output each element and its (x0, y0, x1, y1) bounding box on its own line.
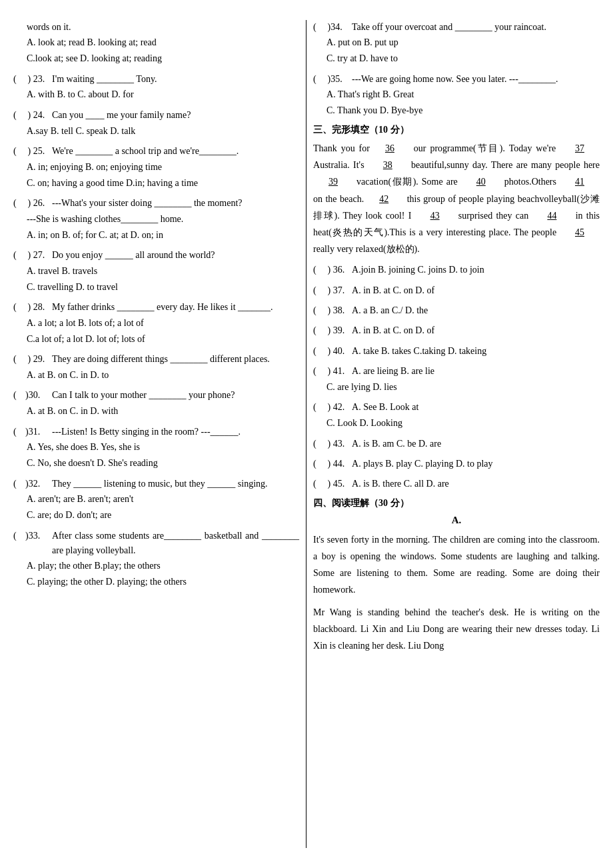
qnum-27: ) 27. (25, 248, 52, 263)
q32-text: They ______ listening to music, but they… (52, 477, 299, 491)
fill-q36: ( ) 36. A.join B. joining C. joins D. to… (313, 263, 600, 277)
blank-44: 44 (532, 207, 572, 224)
paren-28: ( (13, 300, 25, 315)
right-column: ( )34. Take off your overcoat and ______… (306, 20, 600, 848)
fill-q42: ( ) 42. A. See B. Look at C. Look D. Loo… (313, 400, 600, 431)
q41-opt2: C. are lying D. lies (313, 379, 600, 395)
q33-opt1: A. play; the other B.play; the others (27, 558, 299, 574)
q36-text: A.join B. joining C. joins D. to join (352, 263, 600, 277)
q38-text: A. a B. an C./ D. the (352, 303, 600, 318)
paren-39: ( (313, 323, 325, 338)
qnum-38: ) 38. (325, 303, 352, 318)
question-23: ( ) 23. I'm waiting ________ Tony. A. wi… (13, 72, 299, 103)
q45-line: ( ) 45. A. is B. there C. all D. are (313, 477, 600, 491)
q33-opt2: C. playing; the other D. playing; the ot… (27, 574, 299, 590)
q30-text: Can I talk to your mother ________ your … (52, 388, 299, 403)
q26-opt1: ---She is washing clothes________ home. (27, 211, 299, 227)
q34-line: ( )34. Take off your overcoat and ______… (313, 20, 600, 35)
q33-text: After class some students are________ ba… (52, 529, 299, 559)
fill-q39: ( ) 39. A. in B. at C. on D. of (313, 323, 600, 338)
q34-options: A. put on B. put up C. try at D. have to (313, 35, 600, 67)
q33-line: ( )33. After class some students are____… (13, 529, 299, 559)
question-31: ( )31. ---Listen! Is Betty singing in th… (13, 425, 299, 471)
q35-opt2: C. Thank you D. Bye-bye (326, 103, 600, 119)
paren-33: ( (13, 529, 25, 543)
q23-line: ( ) 23. I'm waiting ________ Tony. (13, 72, 299, 87)
q24-options: A.say B. tell C. speak D. talk (13, 123, 299, 139)
opt-line-2: C.look at; see D. looking at; reading (27, 51, 299, 67)
q31-opt1: A. Yes, she does B. Yes, she is (27, 439, 299, 455)
blank-38: 38 (368, 157, 408, 173)
fill-q38: ( ) 38. A. a B. an C./ D. the (313, 303, 600, 318)
q28-opt2: C.a lot of; a lot D. lot of; lots of (27, 331, 299, 347)
q32-opt2: C. are; do D. don't; are (27, 507, 299, 523)
q26-text: ---What's your sister doing ________ the… (52, 196, 299, 211)
intro-block: words on it. A. look at; read B. looking… (13, 20, 299, 67)
q40-line: ( ) 40. A. take B. takes C.taking D. tak… (313, 344, 600, 359)
paren-31: ( (13, 425, 25, 439)
q41-text: A. are lieing B. are lie (352, 364, 600, 379)
q25-text: We're ________ a school trip and we're__… (52, 144, 299, 159)
q26-opt2: A. in; on B. of; for C. at; at D. on; in (27, 227, 299, 243)
qnum-35: )35. (325, 72, 352, 87)
blank-37: 37 (560, 140, 600, 157)
paren-26: ( (13, 196, 25, 211)
qnum-28: ) 28. (25, 300, 52, 315)
q26-line: ( ) 26. ---What's your sister doing ____… (13, 196, 299, 211)
question-33: ( )33. After class some students are____… (13, 529, 299, 590)
q29-text: They are doing different things ________… (52, 352, 299, 367)
question-24: ( ) 24. Can you ____ me your family name… (13, 108, 299, 139)
question-34: ( )34. Take off your overcoat and ______… (313, 20, 600, 67)
q42-text: A. See B. Look at (352, 400, 600, 415)
q30-opt1: A. at B. on C. in D. with (27, 403, 299, 419)
q33-options: A. play; the other B.play; the others C.… (13, 558, 299, 590)
q44-text: A. plays B. play C. playing D. to play (352, 457, 600, 471)
q23-options: A. with B. to C. about D. for (13, 87, 299, 103)
question-35: ( )35. ---We are going home now. See you… (313, 72, 600, 119)
q28-text: My father drinks ________ every day. He … (52, 300, 299, 315)
paren-29: ( (13, 352, 25, 367)
q27-options: A. travel B. travels C. travelling D. to… (13, 263, 299, 295)
passage-a-para2: Mr Wang is standing behind the teacher's… (313, 604, 600, 655)
qnum-33: )33. (25, 529, 52, 543)
qnum-29: ) 29. (25, 352, 52, 367)
paren-24: ( (13, 108, 25, 123)
q35-line: ( )35. ---We are going home now. See you… (313, 72, 600, 87)
question-26: ( ) 26. ---What's your sister doing ____… (13, 196, 299, 243)
paren-37: ( (313, 283, 325, 298)
q43-line: ( ) 43. A. is B. am C. be D. are (313, 437, 600, 451)
q27-line: ( ) 27. Do you enjoy ______ all around t… (13, 248, 299, 263)
q42-opt2: C. Look D. Looking (313, 415, 600, 431)
fill-q41: ( ) 41. A. are lieing B. are lie C. are … (313, 364, 600, 395)
q35-opt1: A. That's right B. Great (326, 87, 600, 103)
question-29: ( ) 29. They are doing different things … (13, 352, 299, 383)
fill-q37: ( ) 37. A. in B. at C. on D. of (313, 283, 600, 298)
q31-line: ( )31. ---Listen! Is Betty singing in th… (13, 425, 299, 439)
qnum-39: ) 39. (325, 323, 352, 338)
page: words on it. A. look at; read B. looking… (0, 0, 613, 868)
q41-opt2-line: C. are lying D. lies (326, 379, 600, 395)
fill-q45: ( ) 45. A. is B. there C. all D. are (313, 477, 600, 491)
qnum-37: ) 37. (325, 283, 352, 298)
blank-42: 42 (364, 191, 404, 207)
q32-opt1: A. aren't; are B. aren't; aren't (27, 491, 299, 507)
q37-text: A. in B. at C. on D. of (352, 283, 600, 298)
qnum-24: ) 24. (25, 108, 52, 123)
q25-opt1: A. in; enjoying B. on; enjoying time (27, 159, 299, 175)
q42-opt2-line: C. Look D. Looking (326, 415, 600, 431)
q25-line: ( ) 25. We're ________ a school trip and… (13, 144, 299, 159)
left-column: words on it. A. look at; read B. looking… (13, 20, 306, 848)
q42-line: ( ) 42. A. See B. Look at (313, 400, 600, 415)
opt-line-1: A. look at; read B. looking at; read (27, 35, 299, 51)
q28-line: ( ) 28. My father drinks ________ every … (13, 300, 299, 315)
q32-options: A. aren't; are B. aren't; aren't C. are;… (13, 491, 299, 523)
paren-23: ( (13, 72, 25, 87)
fill-q40: ( ) 40. A. take B. takes C.taking D. tak… (313, 344, 600, 359)
q23-opt1: A. with B. to C. about D. for (27, 87, 299, 103)
section3-title: 三、完形填空（10 分） (313, 124, 600, 136)
paren-36: ( (313, 263, 325, 277)
paren-27: ( (13, 248, 25, 263)
q41-line: ( ) 41. A. are lieing B. are lie (313, 364, 600, 379)
q31-opt2: C. No, she doesn't D. She's reading (27, 455, 299, 471)
paren-35: ( (313, 72, 325, 87)
